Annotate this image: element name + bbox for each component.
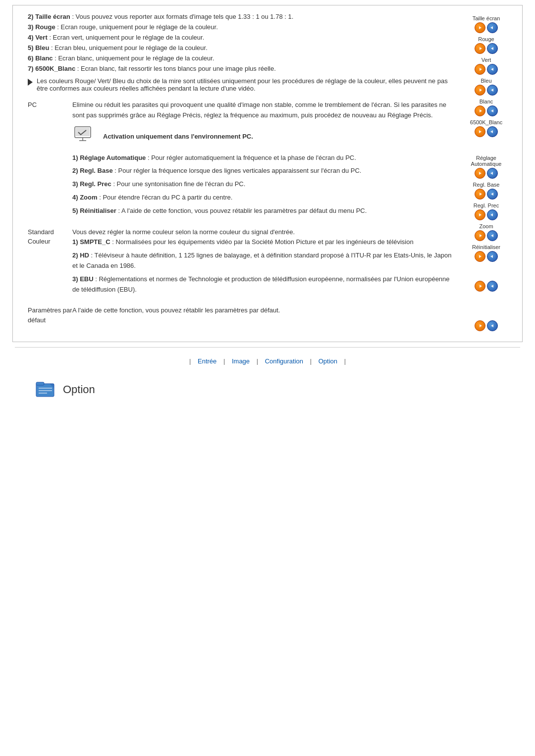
item-text: : Pour régler la fréquence lorsque des l… (114, 167, 361, 174)
reinitialiser-label: Réinitialiser (472, 244, 500, 250)
list-item: 1) SMPTE_C : Normalisées pour les équipe… (72, 237, 455, 248)
vert-forward-button[interactable] (475, 64, 485, 75)
6500k-label: 6500K_Blanc (470, 119, 502, 125)
controls-column: Taille écran Rouge Vert (460, 13, 512, 334)
item-text: : Vous pouvez vous reporter aux formats … (72, 13, 293, 20)
std-buttons (475, 281, 498, 292)
text-column: 2) Taille écran : Vous pouvez vous repor… (28, 13, 455, 334)
rouge-buttons (475, 43, 498, 54)
item-num: 4) Vert (28, 34, 48, 41)
vert-label: Vert (482, 57, 491, 63)
regl-prec-forward-button[interactable] (475, 209, 485, 220)
footer-entree-link[interactable]: Entrée (198, 357, 216, 365)
regl-base-back-button[interactable] (487, 189, 498, 200)
footer-option-link[interactable]: Option (319, 357, 337, 365)
blanc-control: Blanc (475, 99, 498, 116)
list-item: 6) Blanc : Ecran blanc, uniquement pour … (28, 54, 455, 62)
bleu-back-button[interactable] (487, 85, 498, 96)
zoom-forward-button[interactable] (475, 230, 485, 241)
zoom-label: Zoom (479, 223, 493, 229)
parametres-text: A l'aide de cette fonction, vous pouvez … (72, 306, 280, 314)
taille-ecran-forward-button[interactable] (475, 22, 485, 33)
list-item: 2) Regl. Base : Pour régler la fréquence… (72, 166, 455, 176)
reglage-auto-buttons (475, 168, 498, 179)
reinitialiser-buttons (475, 251, 498, 262)
std-intro: Vous devez régler la norme couleur selon… (72, 227, 455, 238)
taille-ecran-back-button[interactable] (487, 22, 498, 33)
parametres-label: Paramètres pardéfaut (28, 305, 72, 325)
list-item: 4) Zoom : Pour étendre l'écran du PC à p… (72, 193, 455, 203)
page-container: 2) Taille écran : Vous pouvez vous repor… (0, 5, 535, 756)
item-label: 1) SMPTE_C (72, 238, 110, 246)
pc-label: PC (28, 100, 72, 219)
vert-back-button[interactable] (487, 64, 498, 75)
standard-couleur-control (475, 280, 498, 292)
item-label: 2) Regl. Base (72, 167, 113, 174)
parametres-body: A l'aide de cette fonction, vous pouvez … (72, 305, 455, 325)
rouge-forward-button[interactable] (475, 43, 485, 54)
6500k-forward-button[interactable] (475, 126, 485, 137)
item-num: 2) Taille écran (28, 13, 70, 20)
list-item: 4) Vert : Ecran vert, uniquement pour le… (28, 34, 455, 41)
list-item: 2) Taille écran : Vous pouvez vous repor… (28, 13, 455, 20)
regl-base-label: Regl. Base (473, 182, 500, 188)
regl-base-control: Regl. Base (473, 182, 500, 200)
reinitialiser-back-button[interactable] (487, 251, 498, 262)
param-back-button[interactable] (487, 320, 498, 331)
pc-section: PC Elimine ou réduit les parasites qui p… (28, 100, 455, 219)
reglage-auto-back-button[interactable] (487, 168, 498, 179)
blanc-buttons (475, 105, 498, 116)
reinitialiser-forward-button[interactable] (475, 251, 485, 262)
note-block: Les couleurs Rouge/ Vert/ Bleu du choix … (28, 77, 455, 92)
vert-control: Vert (475, 57, 498, 75)
item-num: 7) 6500K_Blanc (28, 65, 75, 72)
bleu-forward-button[interactable] (475, 85, 485, 96)
svg-rect-1 (76, 128, 90, 136)
blanc-forward-button[interactable] (475, 105, 485, 116)
item-label: 3) Regl. Prec (72, 180, 111, 188)
item-num: 6) Blanc (28, 54, 53, 62)
std-back-button[interactable] (487, 281, 498, 292)
list-item: 7) 6500K_Blanc : Ecran blanc, fait resso… (28, 65, 455, 72)
regl-base-forward-button[interactable] (475, 189, 485, 200)
regl-prec-buttons (475, 209, 498, 220)
6500k-back-button[interactable] (487, 126, 498, 137)
taille-ecran-buttons (475, 22, 498, 33)
param-buttons (475, 320, 498, 331)
footer-sep: | (257, 357, 258, 365)
bleu-buttons (475, 85, 498, 96)
regl-prec-back-button[interactable] (487, 209, 498, 220)
rouge-back-button[interactable] (487, 43, 498, 54)
option-section: Option (15, 372, 520, 407)
blanc-back-button[interactable] (487, 105, 498, 116)
item-label: 3) EBU (72, 275, 94, 283)
item-label: 5) Réinitialiser (72, 207, 116, 214)
zoom-back-button[interactable] (487, 230, 498, 241)
list-item: 3) EBU : Réglementations et normes de Te… (72, 274, 455, 295)
pc-activation-text: Activation uniquement dans l'environneme… (103, 132, 253, 142)
parametres-section: Paramètres pardéfaut A l'aide de cette f… (28, 305, 455, 325)
item-text: : Ecran vert, uniquement pour le réglage… (49, 34, 204, 41)
footer-sep: | (344, 357, 346, 365)
pc-intro: Elimine ou réduit les parasites qui prov… (72, 100, 455, 121)
footer-image-link[interactable]: Image (232, 357, 250, 365)
item-num: 3) Rouge (28, 23, 55, 31)
std-forward-button[interactable] (475, 281, 485, 292)
standard-couleur-label: StandardCouleur (28, 227, 72, 298)
reinitialiser-control: Réinitialiser (472, 244, 500, 262)
item-text: : Ecran bleu, uniquement pour le réglage… (51, 44, 208, 51)
list-item: 2) HD : Téléviseur à haute définition, 1… (72, 251, 455, 271)
bleu-control: Bleu (475, 78, 498, 96)
note-text: Les couleurs Rouge/ Vert/ Bleu du choix … (37, 77, 455, 92)
reglage-auto-forward-button[interactable] (475, 168, 485, 179)
item-text: : Pour régler automatiquement la fréquen… (148, 154, 356, 161)
regl-prec-label: Regl. Prec (474, 202, 499, 208)
rouge-label: Rouge (478, 36, 494, 42)
item-text: : Téléviseur à haute définition, 1 125 l… (72, 252, 451, 269)
reglage-auto-control: Réglage Automatique (471, 155, 502, 179)
svg-rect-5 (36, 382, 44, 385)
param-forward-button[interactable] (475, 320, 485, 331)
zoom-control: Zoom (475, 223, 498, 241)
option-title: Option (63, 383, 95, 396)
footer-configuration-link[interactable]: Configuration (265, 357, 303, 365)
